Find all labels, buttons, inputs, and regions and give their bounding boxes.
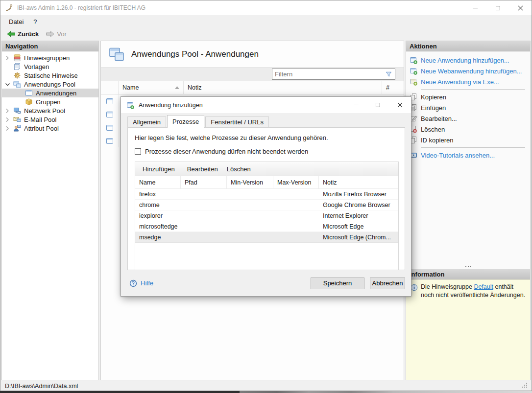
column-notiz[interactable]: Notiz: [319, 176, 398, 188]
cell-pfad: [181, 210, 227, 221]
cell-name: microsoftedge: [135, 221, 181, 231]
tab-prozesse[interactable]: Prozesse: [167, 115, 204, 128]
nav-item-attribut-pool[interactable]: Attribut Pool: [2, 124, 98, 133]
nav-item-gruppen[interactable]: Gruppen: [2, 97, 98, 106]
cell-max-version: [273, 210, 319, 221]
documents-icon: [13, 63, 21, 70]
page-title: Anwendungs Pool - Anwendungen: [131, 49, 259, 59]
window-add-icon: [410, 56, 417, 64]
process-row-msedge[interactable]: msedgeMicrosoft Edge (Chrom...: [135, 232, 398, 243]
process-row-firefox[interactable]: firefoxMozilla Firefox Browser: [135, 189, 398, 200]
process-add-button[interactable]: Hinzufügen: [138, 163, 179, 174]
action-id-kopieren[interactable]: ID kopieren: [406, 135, 530, 145]
dialog-close-button[interactable]: [389, 97, 411, 113]
process-table-body: firefoxMozilla Firefox BrowserchromeGoog…: [135, 189, 398, 243]
save-button[interactable]: Speichern: [311, 277, 364, 289]
filter-input[interactable]: [275, 70, 385, 78]
column-count[interactable]: #: [382, 81, 404, 94]
back-button[interactable]: Zurück: [3, 28, 42, 40]
process-toolbar: Hinzufügen Bearbeiten Löschen: [135, 162, 398, 176]
cell-max-version: [273, 221, 319, 231]
nav-item-hinweisgruppen[interactable]: Hinweisgruppen: [2, 53, 98, 62]
process-edit-button[interactable]: Bearbeiten: [183, 163, 222, 174]
cell-min-version: [227, 210, 273, 221]
maximize-button[interactable]: [486, 0, 509, 15]
action-einfügen[interactable]: Einfügen: [406, 102, 530, 113]
tree-collapsed-icon[interactable]: [4, 56, 11, 60]
menu-help[interactable]: ?: [28, 15, 42, 28]
dialog-maximize-button[interactable]: [367, 97, 389, 113]
tab-allgemein[interactable]: Allgemein: [127, 116, 166, 127]
column-name[interactable]: Name: [135, 176, 181, 188]
tree-collapsed-icon[interactable]: [4, 117, 11, 122]
nav-item-anwendungs-pool[interactable]: Anwendungs Pool: [2, 80, 98, 89]
navigation-header: Navigation: [2, 41, 98, 51]
nav-toolbar: Zurück Vor: [0, 28, 532, 40]
cell-notiz: Google Chrome Browser: [319, 200, 398, 210]
mail-icon: [13, 116, 21, 123]
forward-label: Vor: [57, 30, 67, 38]
column-notiz[interactable]: Notiz: [184, 81, 382, 94]
process-row-iexplorer[interactable]: iexplorerInternet Explorer: [135, 210, 398, 221]
right-panel: Aktionen Neue Anwendung hinzufügen...Neu…: [406, 41, 531, 380]
column-name[interactable]: Name: [119, 81, 184, 94]
process-table-frame: Hinzufügen Bearbeiten Löschen Name Pfad …: [135, 162, 399, 270]
action-kopieren[interactable]: Kopieren: [406, 92, 530, 102]
nav-item-statische-hinweise[interactable]: Statische Hinweise: [2, 71, 98, 80]
window-icon: [106, 137, 114, 145]
dialog-minimize-button[interactable]: [345, 97, 367, 113]
no-terminate-checkbox[interactable]: [135, 148, 141, 155]
tree-collapsed-icon[interactable]: [4, 109, 11, 113]
menu-datei[interactable]: Datei: [4, 15, 28, 28]
action-video-tutorials-ansehen[interactable]: Video-Tutorials ansehen...: [406, 150, 530, 161]
process-row-chrome[interactable]: chromeGoogle Chrome Browser: [135, 200, 398, 210]
nav-tree: HinweisgruppenVorlagenStatische Hinweise…: [2, 51, 98, 133]
information-panel: Die Hinweisgruppe Default enthält noch n…: [406, 279, 530, 380]
info-message: Die Hinweisgruppe Default enthält noch n…: [421, 283, 526, 376]
nav-item-vorlagen[interactable]: Vorlagen: [2, 62, 98, 71]
nav-item-e-mail-pool[interactable]: E-Mail Pool: [2, 115, 98, 124]
forward-arrow-icon: [46, 30, 54, 38]
cancel-button[interactable]: Abbrechen: [370, 277, 405, 289]
action-bearbeiten[interactable]: Bearbeiten...: [406, 113, 530, 124]
nav-item-anwendungen[interactable]: Anwendungen: [2, 89, 98, 97]
action-label: Neue Anwendung hinzufügen...: [421, 57, 509, 64]
resize-grip[interactable]: [526, 387, 527, 388]
process-delete-button[interactable]: Löschen: [222, 163, 255, 174]
column-pfad[interactable]: Pfad: [181, 176, 227, 188]
action-label: Kopieren: [421, 93, 446, 101]
filter-funnel-icon[interactable]: [385, 70, 392, 78]
app-window: IBI-aws Admin 1.26.0 - registriert für I…: [0, 0, 532, 391]
hinweisgruppe-default-link[interactable]: Default: [474, 283, 493, 290]
back-arrow-icon: [6, 30, 15, 38]
cell-min-version: [227, 232, 273, 242]
action-neue-anwendung-hinzufügen[interactable]: Neue Anwendung hinzufügen...: [406, 55, 530, 66]
back-label: Zurück: [18, 30, 39, 38]
toolbar-separator: [181, 165, 181, 173]
cell-notiz: Microsoft Edge: [319, 221, 398, 231]
tree-collapsed-icon[interactable]: [4, 126, 11, 131]
title-bar: IBI-aws Admin 1.26.0 - registriert für I…: [0, 0, 532, 15]
action-label: Video-Tutorials ansehen...: [421, 152, 495, 159]
action-löschen[interactable]: Löschen: [406, 124, 530, 135]
close-button[interactable]: [509, 0, 532, 15]
panel-splitter[interactable]: [406, 264, 530, 269]
column-min-version[interactable]: Min-Version: [227, 176, 273, 188]
minimize-button[interactable]: [464, 0, 486, 15]
monitor-icon: [13, 107, 21, 115]
forward-button[interactable]: Vor: [42, 28, 70, 40]
actions-separator: [421, 147, 525, 148]
nav-item-label: Anwendungs Pool: [24, 81, 75, 88]
cell-pfad: [181, 221, 227, 231]
tab-fenstertitel-urls[interactable]: Fenstertitel / URLs: [205, 116, 269, 127]
action-neue-webanwendung-hinzufügen[interactable]: Neue Webanwendung hinzufügen...: [406, 66, 530, 76]
dialog-title-bar: Anwendung hinzufügen: [121, 97, 411, 113]
nav-item-netzwerk-pool[interactable]: Netzwerk Pool: [2, 106, 98, 115]
action-neue-anwendung-via-exe[interactable]: Neue Anwendung via Exe...: [406, 76, 530, 87]
help-link[interactable]: Hilfe: [129, 279, 153, 287]
process-row-microsoftedge[interactable]: microsoftedgeMicrosoft Edge: [135, 221, 398, 232]
column-max-version[interactable]: Max-Version: [273, 176, 319, 188]
tree-expanded-icon[interactable]: [4, 82, 11, 87]
window-stack-icon: [13, 80, 21, 88]
cell-min-version: [227, 221, 273, 231]
